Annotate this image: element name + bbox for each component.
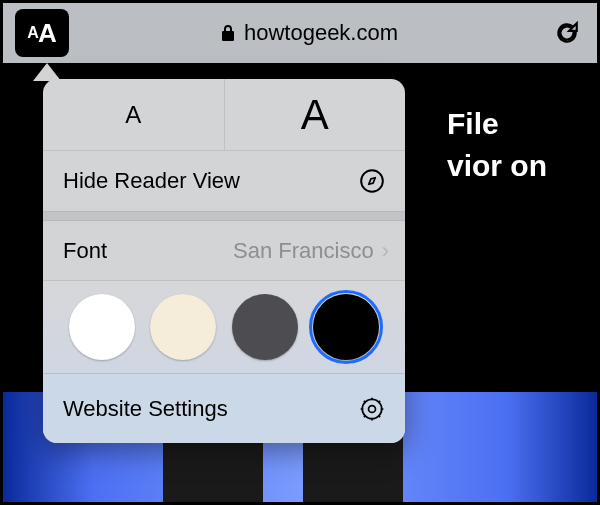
url-domain-text: howtogeek.com bbox=[244, 20, 398, 46]
theme-black[interactable] bbox=[313, 294, 379, 360]
website-settings-row[interactable]: Website Settings bbox=[43, 373, 405, 443]
url-display[interactable]: howtogeek.com bbox=[77, 20, 541, 46]
aa-icon-large: A bbox=[38, 18, 57, 49]
theme-gray[interactable] bbox=[232, 294, 298, 360]
theme-sepia[interactable] bbox=[150, 294, 216, 360]
reload-button[interactable] bbox=[549, 15, 585, 51]
hide-reader-view-row[interactable]: Hide Reader View bbox=[43, 151, 405, 211]
popover-arrow bbox=[33, 63, 61, 81]
large-a-glyph: A bbox=[301, 91, 329, 139]
theme-row bbox=[43, 281, 405, 373]
page-headline: File vior on bbox=[447, 103, 547, 187]
small-a-glyph: A bbox=[125, 101, 141, 129]
chevron-right-icon: › bbox=[382, 238, 389, 264]
lock-icon bbox=[220, 24, 236, 42]
font-row[interactable]: Font San Francisco › bbox=[43, 221, 405, 281]
svg-point-2 bbox=[369, 405, 376, 412]
headline-fragment-1: File bbox=[447, 103, 547, 145]
divider bbox=[43, 211, 405, 221]
text-size-row: A A bbox=[43, 79, 405, 151]
font-value: San Francisco bbox=[107, 238, 374, 264]
increase-text-size-button[interactable]: A bbox=[225, 79, 406, 150]
reader-popover: A A Hide Reader View Font San Francisco … bbox=[43, 79, 405, 443]
hide-reader-label: Hide Reader View bbox=[63, 168, 240, 194]
decrease-text-size-button[interactable]: A bbox=[43, 79, 225, 150]
svg-point-0 bbox=[361, 170, 383, 192]
font-label: Font bbox=[63, 238, 107, 264]
address-bar: AA howtogeek.com bbox=[3, 3, 597, 63]
gear-icon bbox=[359, 396, 385, 422]
reload-icon bbox=[554, 20, 580, 46]
reader-format-button[interactable]: AA bbox=[15, 9, 69, 57]
website-settings-label: Website Settings bbox=[63, 396, 228, 422]
headline-fragment-2: vior on bbox=[447, 145, 547, 187]
theme-white[interactable] bbox=[69, 294, 135, 360]
compass-icon bbox=[359, 168, 385, 194]
